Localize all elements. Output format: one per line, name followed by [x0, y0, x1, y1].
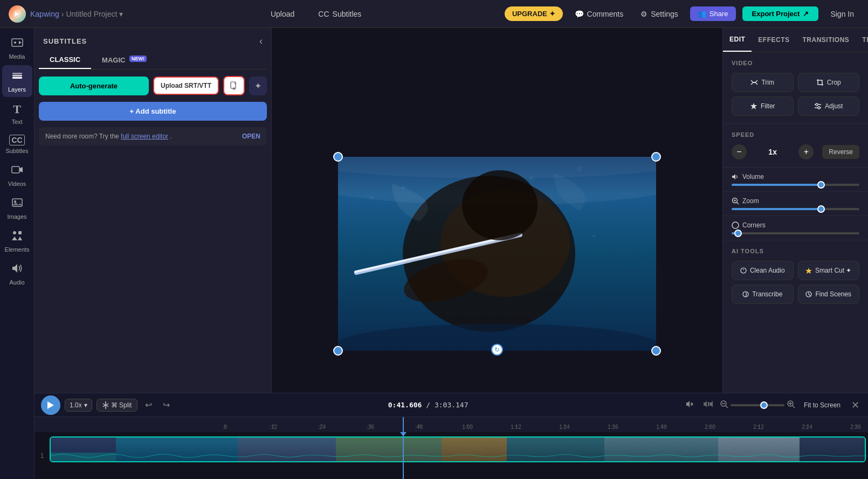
ruler-mark: 1:36: [589, 424, 637, 430]
zoom-controls: [720, 400, 795, 411]
layers-label: Layers: [8, 86, 26, 93]
handle-bottom-right[interactable]: [651, 346, 661, 356]
signin-button[interactable]: Sign In: [825, 6, 859, 22]
tab-timing[interactable]: TIMING: [856, 28, 868, 52]
trim-button[interactable]: Trim: [732, 73, 794, 92]
sidebar-item-subtitles[interactable]: CC Subtitles: [2, 130, 32, 158]
playhead[interactable]: [403, 432, 404, 479]
images-label: Images: [7, 213, 26, 220]
video-frame[interactable]: ↻: [338, 157, 656, 351]
svg-rect-5: [12, 77, 22, 79]
smart-cut-button[interactable]: Smart Cut ✦: [798, 261, 860, 280]
svg-marker-12: [18, 237, 22, 240]
zoom-slider-timeline[interactable]: [731, 404, 784, 406]
sidebar-item-media[interactable]: Media: [2, 32, 32, 64]
svg-point-9: [13, 231, 16, 234]
export-button[interactable]: Export Project ↗: [742, 6, 819, 21]
zoom-in-button[interactable]: [787, 400, 795, 411]
timeline-ruler: :0 :12 :24 :36 :48 1:00 1:12 1:24 1:36 1…: [35, 417, 868, 432]
full-screen-editor-link[interactable]: full screen editor: [121, 133, 168, 140]
audio-split-icon: [702, 400, 713, 408]
sidebar-item-images[interactable]: Images: [2, 192, 32, 224]
timeline-right-controls: Fit to Screen ✕: [683, 397, 862, 413]
settings-button[interactable]: ⚙ Settings: [635, 6, 684, 22]
split-button[interactable]: ⌘ Split: [97, 399, 138, 412]
corners-slider[interactable]: [732, 232, 859, 234]
upgrade-button[interactable]: UPGRADE ✦: [505, 6, 563, 21]
play-icon: [47, 401, 54, 409]
mute-button[interactable]: [683, 398, 696, 413]
share-icon: 👥: [698, 10, 706, 18]
sidebar-item-layers[interactable]: Layers: [2, 65, 32, 97]
filter-button[interactable]: Filter: [732, 96, 794, 116]
collapse-button[interactable]: ‹: [259, 36, 263, 47]
upload-srt-button[interactable]: Upload SRT/VTT: [153, 77, 219, 95]
reverse-button[interactable]: Reverse: [822, 145, 859, 159]
subtitles-icon: CC: [9, 135, 24, 145]
auto-generate-button[interactable]: Auto-generate: [39, 77, 149, 95]
dropdown-icon[interactable]: ▾: [119, 10, 123, 18]
ruler-mark: :24: [298, 424, 346, 430]
fit-screen-button[interactable]: Fit to Screen: [800, 399, 845, 411]
adjust-button[interactable]: Adjust: [798, 96, 860, 116]
tab-magic[interactable]: MAGIC NEW!: [91, 51, 157, 69]
speed-decrease-button[interactable]: −: [732, 144, 747, 159]
audio-split-button[interactable]: [700, 398, 715, 413]
subtitles-button[interactable]: CC Subtitles: [313, 6, 367, 22]
sidebar-item-text[interactable]: T Text: [2, 98, 32, 129]
find-scenes-button[interactable]: Find Scenes: [798, 284, 860, 304]
tab-edit[interactable]: EDIT: [723, 28, 752, 52]
volume-slider[interactable]: [732, 184, 859, 186]
new-badge: NEW!: [129, 55, 147, 62]
media-label: Media: [9, 53, 25, 60]
zoom-out-button[interactable]: [720, 400, 728, 411]
zoom-label: Zoom: [732, 197, 859, 205]
svg-line-42: [793, 406, 795, 408]
crop-button[interactable]: Crop: [798, 73, 860, 92]
sparkle-button[interactable]: ✦: [249, 77, 267, 95]
handle-top-right[interactable]: [651, 152, 661, 162]
time-display: 0:41.606 / 3:03.147: [177, 401, 679, 409]
speed-dropdown-icon: ▾: [84, 401, 87, 409]
tab-classic[interactable]: CLASSIC: [39, 51, 91, 69]
brand-link[interactable]: Kapwing: [30, 10, 59, 18]
handle-top-left[interactable]: [333, 152, 343, 162]
redo-button[interactable]: ↪: [160, 398, 173, 412]
undo-button[interactable]: ↩: [142, 398, 155, 412]
transcribe-button[interactable]: Transcribe: [732, 284, 794, 304]
clean-audio-button[interactable]: Clean Audio: [732, 261, 794, 280]
speed-increase-button[interactable]: +: [798, 144, 814, 159]
text-label: Text: [11, 119, 22, 125]
rotate-handle[interactable]: ↻: [491, 344, 503, 356]
close-timeline-button[interactable]: ✕: [849, 397, 862, 413]
ruler-mark: 1:24: [540, 424, 589, 430]
video-tools-section: VIDEO Trim Crop: [723, 52, 868, 124]
waveform: [51, 452, 867, 460]
open-button[interactable]: OPEN: [242, 133, 260, 140]
sidebar-icons: Media Layers T Text CC Subtitles: [0, 28, 35, 479]
speed-selector[interactable]: 1.0x ▾: [65, 399, 92, 412]
tab-effects[interactable]: EFFECTS: [752, 28, 796, 52]
handle-bottom-left[interactable]: [333, 346, 343, 356]
volume-icon: [732, 173, 739, 181]
sidebar-item-audio[interactable]: Audio: [2, 258, 32, 290]
sidebar-item-elements[interactable]: Elements: [2, 225, 32, 257]
comments-button[interactable]: 💬 Comments: [569, 6, 629, 22]
share-button[interactable]: 👥 Share: [690, 6, 736, 21]
elements-icon: [11, 230, 23, 244]
volume-slider-row: Volume: [723, 168, 868, 192]
tab-transitions[interactable]: TRANSITIONS: [796, 28, 856, 52]
sidebar-item-videos[interactable]: Videos: [2, 159, 32, 191]
video-section-title: VIDEO: [732, 60, 859, 66]
zoom-slider[interactable]: [732, 208, 859, 210]
layers-icon: [11, 70, 23, 84]
upload-file-icon-button[interactable]: [223, 76, 245, 95]
filter-icon: [750, 102, 757, 110]
add-subtitle-button[interactable]: + Add subtitle: [39, 102, 267, 121]
upload-button[interactable]: Upload: [265, 6, 300, 22]
svg-marker-11: [12, 237, 17, 240]
elements-label: Elements: [5, 246, 30, 253]
info-bar: Need more room? Try the full screen edit…: [39, 127, 267, 145]
play-button[interactable]: [41, 395, 60, 415]
subtitles-tabs: CLASSIC MAGIC NEW!: [39, 51, 267, 70]
